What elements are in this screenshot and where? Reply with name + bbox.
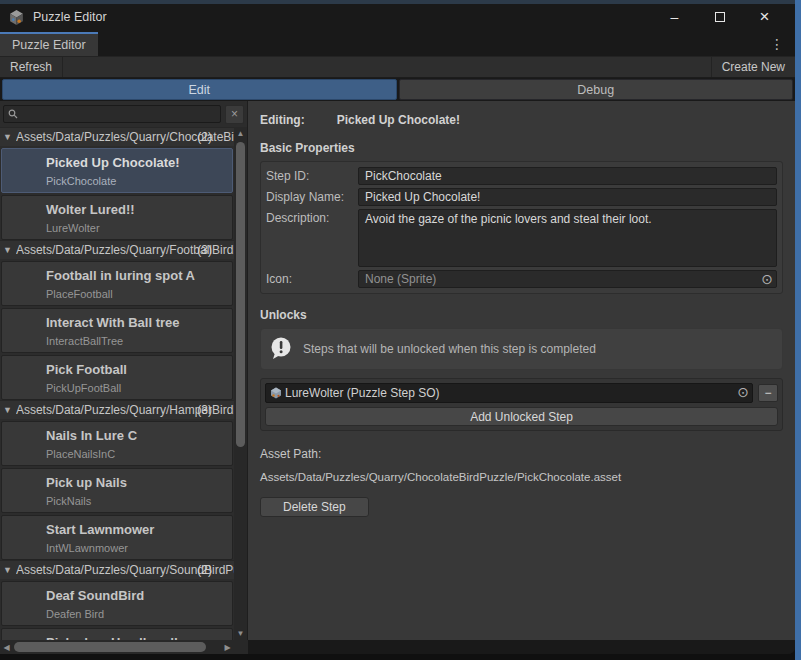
list-item[interactable]: Football in luring spot APlaceFootball	[1, 261, 233, 306]
list-item[interactable]: Picked up Headband!	[1, 628, 233, 640]
group-header[interactable]: ▼Assets/Data/Puzzles/Quarry/FootballBird…	[0, 240, 234, 259]
list-item-id: PickChocolate	[46, 175, 228, 187]
sidebar: × ▼Assets/Data/Puzzles/Quarry/ChocolateB…	[0, 101, 248, 640]
unlock-entry-row: LureWolter (Puzzle Step SO) ⊙ −	[265, 383, 778, 403]
delete-step-button[interactable]: Delete Step	[260, 497, 369, 517]
refresh-button[interactable]: Refresh	[0, 57, 62, 77]
list-item[interactable]: Pick up NailsPickNails	[1, 468, 233, 513]
list-item[interactable]: Nails In Lure CPlaceNailsInC	[1, 421, 233, 466]
display-name-field[interactable]: Picked Up Chocolate!	[358, 188, 777, 206]
list-item[interactable]: Picked Up Chocolate!PickChocolate	[1, 148, 233, 193]
close-icon: ×	[760, 7, 770, 27]
scroll-left-arrow-icon[interactable]: ◀	[0, 640, 13, 654]
search-input[interactable]	[21, 107, 216, 121]
document-tab-bar: Puzzle Editor ⋮	[0, 30, 795, 56]
scriptable-object-icon	[270, 387, 282, 399]
search-box[interactable]	[3, 105, 221, 123]
editing-value: Picked Up Chocolate!	[337, 113, 460, 127]
debug-tab-label: Debug	[577, 83, 614, 97]
main-content: × ▼Assets/Data/Puzzles/Quarry/ChocolateB…	[0, 101, 795, 640]
add-unlocked-step-button[interactable]: Add Unlocked Step	[265, 407, 778, 426]
add-unlocked-step-label: Add Unlocked Step	[470, 410, 573, 424]
toolbar: Refresh Create New	[0, 56, 795, 78]
screen: Puzzle Editor – × Puzzle Editor ⋮ Refres…	[0, 0, 801, 660]
titlebar: Puzzle Editor – ×	[0, 4, 795, 30]
search-clear-button[interactable]: ×	[225, 105, 244, 124]
vertical-scroll-thumb[interactable]	[236, 142, 245, 447]
create-new-button[interactable]: Create New	[712, 57, 795, 77]
unlock-object-field[interactable]: LureWolter (Puzzle Step SO) ⊙	[265, 383, 753, 403]
list-item-id: InteractBallTree	[46, 335, 228, 347]
object-picker-icon[interactable]: ⊙	[737, 384, 749, 400]
list-item-title: Deaf SoundBird	[46, 588, 228, 603]
clear-icon: ×	[231, 107, 238, 121]
scroll-up-arrow-icon[interactable]: ▲	[234, 127, 247, 140]
minimize-icon: –	[671, 9, 679, 25]
list-item-title: Pick Football	[46, 362, 228, 377]
tab-debug[interactable]: Debug	[399, 79, 794, 100]
list-item[interactable]: Pick FootballPickUpFootBall	[1, 355, 233, 400]
asset-path-label: Asset Path:	[260, 447, 783, 461]
step-list-wrap: ▼Assets/Data/Puzzles/Quarry/ChocolateBir…	[0, 127, 247, 640]
desktop-edge-right	[795, 0, 801, 660]
basic-properties-title: Basic Properties	[260, 141, 783, 155]
minimize-button[interactable]: –	[652, 5, 697, 29]
editor-panel: Editing: Picked Up Chocolate! Basic Prop…	[248, 101, 795, 640]
tab-edit[interactable]: Edit	[2, 79, 397, 100]
list-item[interactable]: Deaf SoundBirdDeafen Bird	[1, 581, 233, 626]
object-picker-icon[interactable]: ⊙	[761, 271, 773, 287]
search-row: ×	[0, 101, 247, 127]
list-item[interactable]: Wolter Lured!!LureWolter	[1, 195, 233, 240]
icon-label: Icon:	[266, 270, 358, 286]
display-name-row: Display Name: Picked Up Chocolate!	[266, 188, 777, 206]
list-item-id: PlaceNailsInC	[46, 448, 228, 460]
tab-puzzle-editor[interactable]: Puzzle Editor	[0, 32, 98, 56]
step-id-label: Step ID:	[266, 167, 358, 183]
horizontal-scroll-thumb[interactable]	[14, 642, 206, 652]
asset-path-value: Assets/Data/Puzzles/Quarry/ChocolateBird…	[260, 471, 783, 483]
close-button[interactable]: ×	[742, 5, 787, 29]
puzzle-editor-window: Puzzle Editor – × Puzzle Editor ⋮ Refres…	[0, 4, 795, 654]
refresh-label: Refresh	[10, 60, 52, 74]
group-header[interactable]: ▼Assets/Data/Puzzles/Quarry/ChocolateBir…	[0, 127, 234, 146]
icon-row: Icon: None (Sprite) ⊙	[266, 270, 777, 288]
description-label: Description:	[266, 209, 358, 225]
list-item-id: IntWLawnmower	[46, 542, 228, 554]
list-item[interactable]: Start LawnmowerIntWLawnmower	[1, 515, 233, 560]
icon-object-field[interactable]: None (Sprite) ⊙	[358, 270, 777, 288]
list-item-title: Pick up Nails	[46, 475, 228, 490]
display-name-label: Display Name:	[266, 188, 358, 204]
tab-menu-button[interactable]: ⋮	[765, 34, 789, 54]
unlocks-title: Unlocks	[260, 308, 783, 322]
scroll-right-arrow-icon[interactable]: ▶	[221, 640, 234, 654]
description-field[interactable]: Avoid the gaze of the picnic lovers and …	[358, 209, 777, 267]
remove-unlock-button[interactable]: −	[758, 384, 778, 402]
info-exclamation-icon	[269, 336, 295, 362]
search-icon	[8, 109, 18, 119]
list-item-title: Nails In Lure C	[46, 428, 228, 443]
maximize-icon	[715, 12, 725, 22]
list-item-title: Picked Up Chocolate!	[46, 155, 228, 170]
group-header[interactable]: ▼Assets/Data/Puzzles/Quarry/HamperBirdPu…	[0, 400, 234, 419]
maximize-button[interactable]	[697, 5, 742, 29]
list-item-id: PickNails	[46, 495, 228, 507]
list-item-id: PlaceFootball	[46, 288, 228, 300]
edit-tab-label: Edit	[188, 83, 210, 97]
step-id-row: Step ID: PickChocolate	[266, 167, 777, 185]
create-new-label: Create New	[722, 60, 785, 74]
list-item-id: PickUpFootBall	[46, 382, 228, 394]
window-controls: – ×	[652, 5, 787, 29]
group-count-badge: (2)	[197, 130, 212, 144]
list-vertical-scrollbar[interactable]: ▲ ▼	[234, 127, 247, 640]
editing-row: Editing: Picked Up Chocolate!	[260, 113, 783, 127]
basic-properties-box: Step ID: PickChocolate Display Name: Pic…	[260, 161, 783, 294]
step-id-field[interactable]: PickChocolate	[358, 167, 777, 185]
bottom-bar-filler	[248, 640, 795, 654]
list-item-title: Interact With Ball tree	[46, 315, 228, 330]
group-header[interactable]: ▼Assets/Data/Puzzles/Quarry/SoundBirdPuz…	[0, 560, 234, 579]
scroll-down-arrow-icon[interactable]: ▼	[234, 627, 247, 640]
list-item[interactable]: Interact With Ball treeInteractBallTree	[1, 308, 233, 353]
delete-step-label: Delete Step	[283, 500, 346, 514]
list-horizontal-scrollbar[interactable]: ◀ ▶	[0, 640, 248, 654]
unlocks-box: LureWolter (Puzzle Step SO) ⊙ − Add Unlo…	[260, 378, 783, 431]
